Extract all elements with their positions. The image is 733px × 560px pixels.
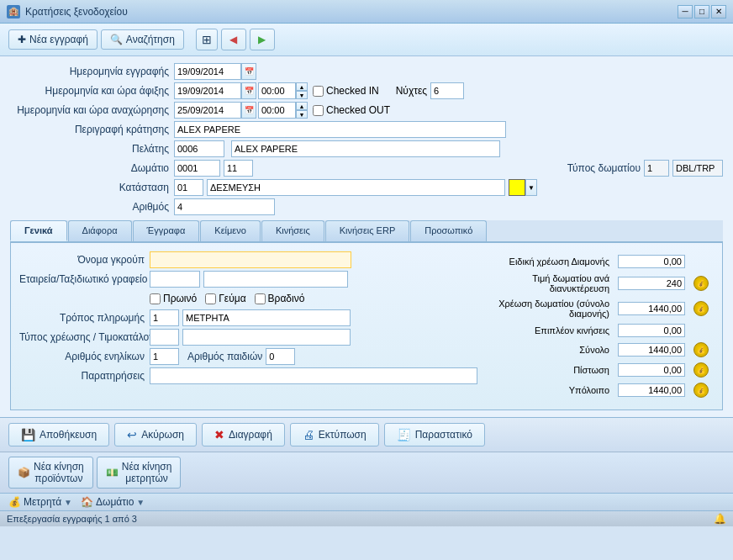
total-coin-button[interactable]: 💰 bbox=[693, 342, 709, 357]
description-input[interactable] bbox=[174, 121, 506, 138]
arrival-time-spinner[interactable]: ▲ ▼ bbox=[296, 82, 308, 99]
room-footer-link[interactable]: 🏠 Δωμάτιο ▼ bbox=[81, 496, 145, 508]
right-arrow-icon: ▶ bbox=[258, 34, 266, 45]
persons-row: Αριθμός ενηλίκων Αριθμός παιδιών bbox=[19, 348, 477, 365]
cash-footer-link[interactable]: 💰 Μετρητά ▼ bbox=[8, 496, 72, 508]
charge-type-name-input[interactable] bbox=[182, 329, 351, 346]
adults-label: Αριθμός ενηλίκων bbox=[19, 351, 150, 362]
client-code-input[interactable] bbox=[174, 140, 224, 157]
prev-button[interactable]: ◀ bbox=[221, 29, 246, 50]
number-input[interactable] bbox=[174, 198, 275, 215]
group-name-input[interactable] bbox=[150, 251, 351, 268]
content-area: Ημερομηνία εγγραφής 📅 Ημερομηνία και ώρα… bbox=[0, 56, 733, 417]
group-name-label: Όνομα γκρούπ bbox=[19, 254, 150, 266]
tab-erp-movements[interactable]: Κινήσεις ERP bbox=[325, 220, 410, 241]
checked-in-checkbox[interactable] bbox=[313, 86, 324, 97]
checked-out-checkbox[interactable] bbox=[313, 105, 324, 116]
arrival-date-input[interactable] bbox=[174, 82, 241, 99]
reg-date-row: Ημερομηνία εγγραφής 📅 bbox=[10, 63, 723, 80]
arrival-time-up[interactable]: ▲ bbox=[296, 82, 308, 91]
room-code-input[interactable] bbox=[174, 160, 220, 177]
extra-label: Επιπλέον κινήσεις bbox=[488, 322, 613, 339]
arrival-time-input[interactable] bbox=[258, 82, 296, 99]
color-dropdown-arrow[interactable]: ▼ bbox=[525, 179, 537, 196]
minimize-button[interactable]: ─ bbox=[678, 5, 693, 18]
new-movement-cash-button[interactable]: 💵 Νέα κίνηση μετρητών bbox=[97, 457, 182, 489]
room-price-input[interactable] bbox=[618, 277, 685, 290]
room-footer-icon: 🏠 bbox=[81, 496, 93, 508]
tab-various[interactable]: Διάφορα bbox=[68, 220, 132, 241]
sub-toolbar: 📦 Νέα κίνηση προϊόντων 💵 Νέα κίνηση μετρ… bbox=[0, 452, 733, 493]
alert-icon: 🔔 bbox=[714, 513, 726, 525]
charge-type-row: Τύπος χρέωσης / Τιμοκατάλογος bbox=[19, 329, 477, 346]
notes-input[interactable] bbox=[150, 367, 477, 384]
breakfast-checkbox[interactable] bbox=[150, 293, 161, 304]
pricing-table: Ειδική χρέωση Διαμονής Τιμή δωματίου ανά… bbox=[486, 251, 714, 401]
reg-date-input[interactable] bbox=[174, 63, 241, 80]
new-record-button[interactable]: ✚ Νέα εγγραφή bbox=[8, 29, 98, 50]
credit-coin-button[interactable]: 💰 bbox=[693, 362, 709, 378]
credit-input[interactable] bbox=[618, 363, 685, 377]
special-charge-input[interactable] bbox=[618, 255, 685, 268]
next-button[interactable]: ▶ bbox=[250, 29, 275, 50]
balance-row: Υπόλοιπο 💰 bbox=[488, 381, 712, 399]
departure-date-input[interactable] bbox=[174, 102, 241, 119]
lunch-checkbox[interactable] bbox=[205, 293, 216, 304]
close-button[interactable]: ✕ bbox=[711, 5, 726, 18]
room-number-input[interactable] bbox=[224, 160, 253, 177]
print-button[interactable]: 🖨 Εκτύπωση bbox=[290, 423, 379, 446]
departure-time-spinner[interactable]: ▲ ▼ bbox=[296, 102, 308, 119]
children-input[interactable] bbox=[266, 348, 295, 365]
color-picker-button[interactable] bbox=[509, 179, 525, 196]
status-name-input[interactable] bbox=[207, 179, 505, 196]
save-button[interactable]: 💾 Αποθήκευση bbox=[8, 423, 109, 446]
new-movement-products-button[interactable]: 📦 Νέα κίνηση προϊόντων bbox=[8, 457, 93, 489]
tab-general[interactable]: Γενικά bbox=[10, 220, 67, 241]
company-row: Εταιρεία/Ταξιδιωτικό γραφείο bbox=[19, 271, 477, 288]
cancel-button[interactable]: ↩ Ακύρωση bbox=[114, 423, 197, 446]
main-toolbar: ✚ Νέα εγγραφή 🔍 Αναζήτηση ⊞ ◀ ▶ bbox=[0, 24, 733, 56]
dinner-checkbox[interactable] bbox=[255, 293, 266, 304]
departure-time-up[interactable]: ▲ bbox=[296, 102, 308, 110]
app-icon: 🏨 bbox=[7, 5, 20, 18]
arrival-calendar-button[interactable]: 📅 bbox=[241, 82, 256, 99]
search-button[interactable]: 🔍 Αναζήτηση bbox=[101, 29, 184, 50]
window-controls: ─ □ ✕ bbox=[678, 5, 726, 18]
cash-dropdown-arrow: ▼ bbox=[64, 498, 72, 507]
balance-input[interactable] bbox=[618, 383, 685, 397]
total-input[interactable] bbox=[618, 343, 685, 357]
delete-button[interactable]: ✖ Διαγραφή bbox=[202, 423, 285, 446]
charge-type-code-input[interactable] bbox=[150, 329, 179, 346]
total-room-coin-button[interactable]: 💰 bbox=[693, 301, 709, 316]
balance-coin-button[interactable]: 💰 bbox=[693, 383, 709, 398]
payment-code-input[interactable] bbox=[150, 309, 179, 326]
client-name-input[interactable] bbox=[231, 140, 500, 157]
grid-view-button[interactable]: ⊞ bbox=[196, 29, 218, 50]
maximize-button[interactable]: □ bbox=[694, 5, 709, 18]
departure-time-down[interactable]: ▼ bbox=[296, 110, 308, 119]
room-price-coin-button[interactable]: 💰 bbox=[693, 276, 709, 291]
reg-date-calendar-button[interactable]: 📅 bbox=[241, 63, 256, 80]
payment-name-input[interactable] bbox=[182, 309, 351, 326]
company-name-input[interactable] bbox=[203, 271, 348, 288]
adults-input[interactable] bbox=[150, 348, 179, 365]
notes-label: Παρατηρήσεις bbox=[19, 370, 150, 382]
tab-personal[interactable]: Προσωπικό bbox=[410, 220, 487, 241]
tab-text[interactable]: Κείμενο bbox=[200, 220, 261, 241]
company-label: Εταιρεία/Ταξιδιωτικό γραφείο bbox=[19, 273, 150, 285]
status-code-input[interactable] bbox=[174, 179, 203, 196]
total-room-input[interactable] bbox=[618, 302, 685, 315]
receipt-button[interactable]: 🧾 Παραστατικό bbox=[384, 423, 485, 446]
tab-documents[interactable]: Έγγραφα bbox=[133, 220, 200, 241]
departure-calendar-button[interactable]: 📅 bbox=[241, 102, 256, 119]
number-label: Αριθμός bbox=[10, 201, 174, 213]
company-code-input[interactable] bbox=[150, 271, 200, 288]
tab-movements[interactable]: Κινήσεις bbox=[261, 220, 324, 241]
number-row: Αριθμός bbox=[10, 198, 723, 215]
left-arrow-icon: ◀ bbox=[229, 34, 237, 45]
extra-input[interactable] bbox=[618, 324, 685, 337]
nights-input[interactable] bbox=[430, 82, 464, 99]
departure-time-input[interactable] bbox=[258, 102, 296, 119]
checked-out-checkbox-label: Checked OUT bbox=[313, 104, 390, 116]
arrival-time-down[interactable]: ▼ bbox=[296, 91, 308, 99]
